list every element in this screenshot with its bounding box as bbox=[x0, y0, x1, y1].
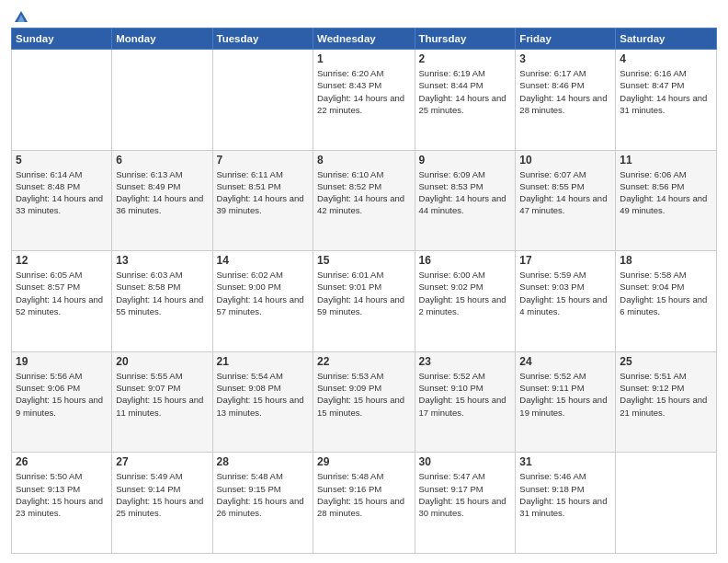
day-number: 24 bbox=[519, 355, 611, 368]
day-number: 25 bbox=[620, 355, 712, 368]
day-info: Sunrise: 5:52 AM Sunset: 9:10 PM Dayligh… bbox=[419, 370, 512, 419]
day-number: 10 bbox=[519, 154, 611, 167]
calendar-table: SundayMondayTuesdayWednesdayThursdayFrid… bbox=[11, 28, 717, 554]
week-row-1: 1Sunrise: 6:20 AM Sunset: 8:43 PM Daylig… bbox=[12, 50, 717, 151]
day-number: 27 bbox=[116, 455, 208, 468]
day-cell: 1Sunrise: 6:20 AM Sunset: 8:43 PM Daylig… bbox=[313, 50, 415, 151]
day-number: 20 bbox=[116, 355, 208, 368]
weekday-header-row: SundayMondayTuesdayWednesdayThursdayFrid… bbox=[12, 29, 717, 50]
day-number: 17 bbox=[519, 254, 611, 267]
day-number: 23 bbox=[419, 355, 512, 368]
weekday-header-wednesday: Wednesday bbox=[313, 29, 415, 50]
day-info: Sunrise: 5:51 AM Sunset: 9:12 PM Dayligh… bbox=[620, 370, 712, 419]
day-info: Sunrise: 6:16 AM Sunset: 8:47 PM Dayligh… bbox=[620, 67, 712, 116]
day-info: Sunrise: 6:13 AM Sunset: 8:49 PM Dayligh… bbox=[116, 168, 208, 217]
day-info: Sunrise: 5:56 AM Sunset: 9:06 PM Dayligh… bbox=[16, 370, 108, 419]
day-cell: 13Sunrise: 6:03 AM Sunset: 8:58 PM Dayli… bbox=[112, 251, 212, 352]
week-row-2: 5Sunrise: 6:14 AM Sunset: 8:48 PM Daylig… bbox=[12, 150, 717, 251]
day-info: Sunrise: 5:48 AM Sunset: 9:15 PM Dayligh… bbox=[217, 470, 309, 519]
day-info: Sunrise: 5:53 AM Sunset: 9:09 PM Dayligh… bbox=[317, 370, 411, 419]
day-cell: 23Sunrise: 5:52 AM Sunset: 9:10 PM Dayli… bbox=[415, 351, 516, 453]
day-number: 28 bbox=[217, 455, 309, 468]
weekday-header-thursday: Thursday bbox=[415, 29, 516, 50]
day-info: Sunrise: 5:54 AM Sunset: 9:08 PM Dayligh… bbox=[217, 370, 309, 419]
day-cell bbox=[12, 50, 112, 151]
page: SundayMondayTuesdayWednesdayThursdayFrid… bbox=[0, 0, 728, 563]
day-info: Sunrise: 6:19 AM Sunset: 8:44 PM Dayligh… bbox=[419, 67, 512, 116]
day-info: Sunrise: 6:07 AM Sunset: 8:55 PM Dayligh… bbox=[519, 168, 611, 217]
day-info: Sunrise: 5:52 AM Sunset: 9:11 PM Dayligh… bbox=[519, 370, 611, 419]
logo bbox=[11, 9, 29, 20]
day-cell: 14Sunrise: 6:02 AM Sunset: 9:00 PM Dayli… bbox=[212, 251, 313, 352]
day-cell: 3Sunrise: 6:17 AM Sunset: 8:46 PM Daylig… bbox=[516, 50, 616, 151]
day-cell: 6Sunrise: 6:13 AM Sunset: 8:49 PM Daylig… bbox=[112, 150, 212, 251]
day-cell: 22Sunrise: 5:53 AM Sunset: 9:09 PM Dayli… bbox=[313, 351, 415, 453]
day-info: Sunrise: 6:02 AM Sunset: 9:00 PM Dayligh… bbox=[217, 269, 309, 317]
day-info: Sunrise: 5:50 AM Sunset: 9:13 PM Dayligh… bbox=[16, 470, 108, 519]
day-cell: 9Sunrise: 6:09 AM Sunset: 8:53 PM Daylig… bbox=[415, 150, 516, 251]
day-info: Sunrise: 5:48 AM Sunset: 9:16 PM Dayligh… bbox=[317, 470, 411, 519]
day-info: Sunrise: 6:20 AM Sunset: 8:43 PM Dayligh… bbox=[317, 67, 411, 116]
day-cell: 17Sunrise: 5:59 AM Sunset: 9:03 PM Dayli… bbox=[516, 251, 616, 352]
day-cell: 5Sunrise: 6:14 AM Sunset: 8:48 PM Daylig… bbox=[12, 150, 112, 251]
day-number: 29 bbox=[317, 455, 411, 468]
day-number: 26 bbox=[16, 455, 108, 468]
day-info: Sunrise: 5:59 AM Sunset: 9:03 PM Dayligh… bbox=[519, 269, 611, 317]
day-number: 14 bbox=[217, 254, 309, 267]
day-number: 16 bbox=[419, 254, 512, 267]
day-number: 22 bbox=[317, 355, 411, 368]
day-number: 13 bbox=[116, 254, 208, 267]
week-row-4: 19Sunrise: 5:56 AM Sunset: 9:06 PM Dayli… bbox=[12, 351, 717, 453]
day-cell: 2Sunrise: 6:19 AM Sunset: 8:44 PM Daylig… bbox=[415, 50, 516, 151]
day-cell: 31Sunrise: 5:46 AM Sunset: 9:18 PM Dayli… bbox=[516, 453, 616, 554]
weekday-header-friday: Friday bbox=[516, 29, 616, 50]
day-info: Sunrise: 5:55 AM Sunset: 9:07 PM Dayligh… bbox=[116, 370, 208, 419]
day-number: 19 bbox=[16, 355, 108, 368]
weekday-header-monday: Monday bbox=[112, 29, 212, 50]
day-number: 3 bbox=[519, 52, 611, 65]
day-cell bbox=[616, 453, 717, 554]
day-number: 1 bbox=[317, 52, 411, 65]
day-number: 12 bbox=[16, 254, 108, 267]
day-number: 15 bbox=[317, 254, 411, 267]
day-cell: 28Sunrise: 5:48 AM Sunset: 9:15 PM Dayli… bbox=[212, 453, 313, 554]
day-number: 21 bbox=[217, 355, 309, 368]
day-cell: 18Sunrise: 5:58 AM Sunset: 9:04 PM Dayli… bbox=[616, 251, 717, 352]
day-info: Sunrise: 6:11 AM Sunset: 8:51 PM Dayligh… bbox=[217, 168, 309, 217]
day-number: 11 bbox=[620, 154, 712, 167]
logo-icon bbox=[13, 9, 29, 24]
day-info: Sunrise: 6:06 AM Sunset: 8:56 PM Dayligh… bbox=[620, 168, 712, 217]
day-info: Sunrise: 6:00 AM Sunset: 9:02 PM Dayligh… bbox=[419, 269, 512, 317]
day-info: Sunrise: 6:05 AM Sunset: 8:57 PM Dayligh… bbox=[16, 269, 108, 317]
day-cell: 12Sunrise: 6:05 AM Sunset: 8:57 PM Dayli… bbox=[12, 251, 112, 352]
day-cell: 27Sunrise: 5:49 AM Sunset: 9:14 PM Dayli… bbox=[112, 453, 212, 554]
day-cell: 19Sunrise: 5:56 AM Sunset: 9:06 PM Dayli… bbox=[12, 351, 112, 453]
day-cell: 10Sunrise: 6:07 AM Sunset: 8:55 PM Dayli… bbox=[516, 150, 616, 251]
day-info: Sunrise: 6:01 AM Sunset: 9:01 PM Dayligh… bbox=[317, 269, 411, 317]
weekday-header-sunday: Sunday bbox=[12, 29, 112, 50]
day-cell: 25Sunrise: 5:51 AM Sunset: 9:12 PM Dayli… bbox=[616, 351, 717, 453]
day-info: Sunrise: 5:58 AM Sunset: 9:04 PM Dayligh… bbox=[620, 269, 712, 317]
day-number: 8 bbox=[317, 154, 411, 167]
day-info: Sunrise: 6:03 AM Sunset: 8:58 PM Dayligh… bbox=[116, 269, 208, 317]
day-number: 18 bbox=[620, 254, 712, 267]
day-info: Sunrise: 6:10 AM Sunset: 8:52 PM Dayligh… bbox=[317, 168, 411, 217]
day-cell: 30Sunrise: 5:47 AM Sunset: 9:17 PM Dayli… bbox=[415, 453, 516, 554]
day-cell bbox=[212, 50, 313, 151]
week-row-5: 26Sunrise: 5:50 AM Sunset: 9:13 PM Dayli… bbox=[12, 453, 717, 554]
weekday-header-tuesday: Tuesday bbox=[212, 29, 313, 50]
week-row-3: 12Sunrise: 6:05 AM Sunset: 8:57 PM Dayli… bbox=[12, 251, 717, 352]
day-cell: 29Sunrise: 5:48 AM Sunset: 9:16 PM Dayli… bbox=[313, 453, 415, 554]
day-cell: 15Sunrise: 6:01 AM Sunset: 9:01 PM Dayli… bbox=[313, 251, 415, 352]
day-cell: 11Sunrise: 6:06 AM Sunset: 8:56 PM Dayli… bbox=[616, 150, 717, 251]
weekday-header-saturday: Saturday bbox=[616, 29, 717, 50]
day-info: Sunrise: 5:47 AM Sunset: 9:17 PM Dayligh… bbox=[419, 470, 512, 519]
day-cell: 16Sunrise: 6:00 AM Sunset: 9:02 PM Dayli… bbox=[415, 251, 516, 352]
day-info: Sunrise: 5:49 AM Sunset: 9:14 PM Dayligh… bbox=[116, 470, 208, 519]
day-number: 5 bbox=[16, 154, 108, 167]
day-number: 9 bbox=[419, 154, 512, 167]
day-number: 4 bbox=[620, 52, 712, 65]
day-number: 2 bbox=[419, 52, 512, 65]
header bbox=[11, 9, 717, 20]
day-number: 7 bbox=[217, 154, 309, 167]
